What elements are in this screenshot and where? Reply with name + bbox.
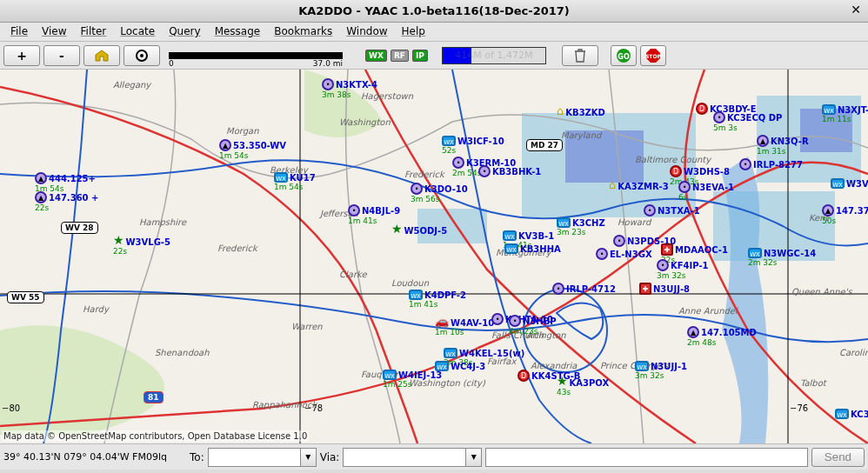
- badge-ip[interactable]: IP: [412, 50, 428, 62]
- station-marker[interactable]: ▲KN3Q-R1m 31s: [757, 135, 809, 156]
- place-label: Morgan: [226, 126, 259, 136]
- trash-button[interactable]: [562, 45, 598, 66]
- memory-bar: 414M of 1,472M: [442, 47, 546, 64]
- memory-text: 414M of 1,472M: [443, 50, 545, 61]
- highway-shield: MD 27: [526, 139, 563, 151]
- menu-file[interactable]: File: [3, 23, 35, 41]
- place-label: Hampshire: [139, 217, 186, 227]
- map-attribution: Map data © OpenStreetMap contributors, O…: [2, 430, 309, 442]
- station-marker[interactable]: WXK3CHZ3m 23s: [557, 217, 605, 236]
- place-label: Caroline: [839, 348, 868, 357]
- station-marker[interactable]: •N3HBP4m 23s: [509, 315, 557, 336]
- station-marker[interactable]: ★W5ODJ-5: [391, 222, 447, 236]
- station-marker[interactable]: •KF4IP-13m 32s: [657, 259, 709, 280]
- close-icon[interactable]: ✕: [849, 3, 863, 17]
- place-label: Howard: [618, 217, 651, 227]
- station-marker[interactable]: WXN3XJT-21m 11s: [822, 104, 868, 123]
- trash-icon: [574, 49, 586, 63]
- menu-bar: File View Filter Locate Query Message Bo…: [0, 23, 868, 42]
- title-bar: KA2DDO - YAAC 1.0-beta116(18-Dec-2017) ✕: [0, 0, 868, 23]
- station-marker[interactable]: ⌂KB3ZKD: [557, 104, 605, 117]
- station-marker[interactable]: •EL-N3GX: [596, 248, 652, 260]
- zoom-in-button[interactable]: +: [3, 45, 40, 66]
- center-button[interactable]: [124, 45, 160, 66]
- via-combo[interactable]: ▾: [343, 448, 482, 467]
- menu-message[interactable]: Message: [208, 23, 268, 41]
- to-input[interactable]: [209, 449, 300, 466]
- place-label: Loudoun: [391, 278, 429, 288]
- menu-locate[interactable]: Locate: [113, 23, 162, 41]
- station-marker[interactable]: •IRLP-8277: [739, 158, 803, 170]
- stop-button[interactable]: STOP: [640, 45, 666, 66]
- toolbar: + - 0 37.0 mi WX RF IP 414M of 1,472M GO…: [0, 42, 868, 70]
- chevron-down-icon[interactable]: ▾: [300, 449, 316, 466]
- station-marker[interactable]: ▲53.350-WV1m 54s: [219, 139, 286, 160]
- place-label: Maryland: [561, 130, 601, 140]
- station-marker[interactable]: ✚N3UJJ-8: [639, 283, 690, 295]
- menu-query[interactable]: Query: [162, 23, 207, 41]
- place-label: Frederick: [404, 170, 444, 179]
- station-marker[interactable]: ▲147.105MD2m 48s: [687, 326, 757, 347]
- window-title: KA2DDO - YAAC 1.0-beta116(18-Dec-2017): [298, 4, 570, 17]
- highway-shield: 81: [144, 391, 164, 403]
- coordinates-readout: 39° 40.13'N 079° 04.04'W FM09lq: [3, 451, 186, 463]
- station-marker[interactable]: WXN3UJJ-13m 32s: [635, 361, 687, 380]
- place-label: Queen Anne's: [791, 287, 852, 296]
- station-marker[interactable]: ▲147.375-K50s: [822, 204, 868, 225]
- place-label: Warren: [291, 322, 323, 331]
- station-marker[interactable]: WXN3WGC-142m 32s: [748, 248, 816, 267]
- to-combo[interactable]: ▾: [208, 448, 317, 467]
- crosshair-icon: [135, 49, 149, 63]
- station-marker[interactable]: WXW3ICF-1052s: [442, 136, 504, 155]
- place-label: Shenandoah: [155, 348, 210, 357]
- via-input[interactable]: [344, 449, 465, 466]
- place-label: Allegany: [113, 80, 150, 90]
- menu-filter[interactable]: Filter: [74, 23, 114, 41]
- place-label: Hardy: [83, 304, 109, 314]
- station-marker[interactable]: ★KA3POX43s: [557, 374, 609, 396]
- badge-wx[interactable]: WX: [365, 50, 387, 62]
- station-marker[interactable]: WXWC4J-3: [435, 361, 485, 371]
- station-marker[interactable]: ⌂KA3ZMR-3: [609, 178, 669, 191]
- scale-end: 37.0 mi: [313, 59, 343, 68]
- highway-shield: WV 28: [61, 222, 98, 234]
- station-marker[interactable]: WXKC3I: [835, 409, 868, 419]
- station-marker[interactable]: •KB3BHK-1: [478, 165, 541, 177]
- scale-start: 0: [169, 59, 174, 68]
- zoom-out-button[interactable]: -: [43, 45, 80, 66]
- svg-text:STOP: STOP: [645, 53, 661, 59]
- station-marker[interactable]: WXW4IEJ-131m 25s: [383, 370, 442, 389]
- to-label: To:: [190, 451, 204, 463]
- menu-window[interactable]: Window: [339, 23, 394, 41]
- station-marker[interactable]: •KC3ECQ DP5m 3s: [713, 111, 782, 132]
- home-button[interactable]: [83, 45, 120, 66]
- station-marker[interactable]: •N3KTX-43m 38s: [322, 78, 377, 99]
- highway-shield: WV 55: [7, 291, 44, 303]
- station-marker[interactable]: •IRLP-4712: [552, 283, 616, 295]
- menu-view[interactable]: View: [35, 23, 73, 41]
- station-marker[interactable]: •N3EVA-16s: [678, 181, 734, 202]
- map-canvas[interactable]: −80 −78 −76 AlleganyMorganBerkeleyHampsh…: [0, 70, 868, 443]
- message-input[interactable]: [485, 448, 807, 467]
- send-button[interactable]: Send: [811, 448, 865, 467]
- place-label: Washington: [339, 117, 391, 127]
- place-label: Clarke: [339, 270, 367, 279]
- station-marker[interactable]: ★W3VLG-522s: [113, 233, 170, 256]
- chevron-down-icon[interactable]: ▾: [465, 449, 481, 466]
- via-label: Via:: [320, 451, 340, 463]
- menu-help[interactable]: Help: [395, 23, 432, 41]
- station-marker[interactable]: •K3DO-103m 56s: [411, 183, 468, 203]
- badge-rf[interactable]: RF: [391, 50, 409, 62]
- go-button[interactable]: GO: [611, 45, 637, 66]
- station-marker[interactable]: WXW3VPR-2: [831, 178, 868, 189]
- station-marker[interactable]: WXK4DPF-21m 41s: [409, 290, 466, 309]
- go-icon: GO: [616, 48, 631, 63]
- station-marker[interactable]: 🚗W4AV-101m 10s: [435, 315, 494, 336]
- station-marker[interactable]: ▲444.125+1m 54s: [35, 172, 96, 193]
- svg-text:GO: GO: [618, 53, 630, 61]
- station-marker[interactable]: WXKU171m 54s: [274, 172, 316, 191]
- station-marker[interactable]: WXKB3HHA: [504, 243, 561, 254]
- menu-bookmarks[interactable]: Bookmarks: [267, 23, 339, 41]
- station-marker[interactable]: ▲147.360 +22s: [35, 191, 98, 212]
- station-marker[interactable]: •N3TXA-1: [644, 204, 700, 217]
